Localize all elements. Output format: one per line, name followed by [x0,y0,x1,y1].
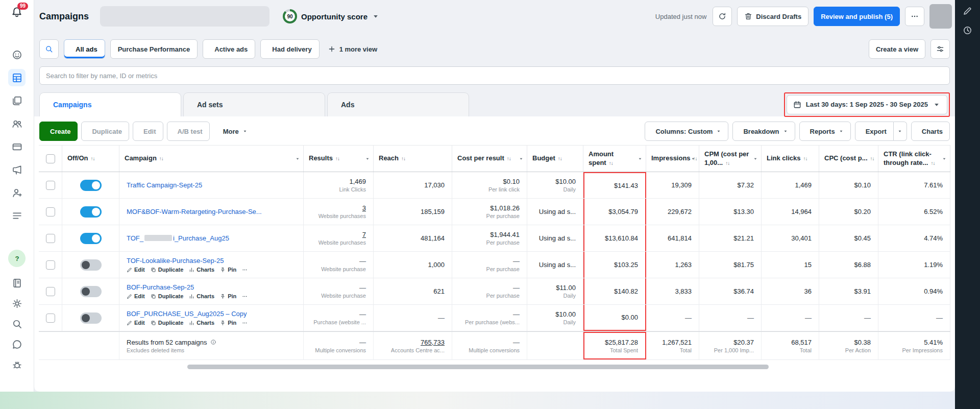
scrollbar-thumb[interactable] [187,365,769,369]
tab-ads[interactable]: Ads [327,92,469,116]
sidebar-item-tablegrid[interactable] [8,69,26,86]
campaign-link[interactable]: BOF-Purchase-Sep-25 [127,283,194,291]
sort-arrows-icon[interactable]: ↑↓ [558,156,562,161]
sidebar-item-megaphone[interactable] [8,161,26,178]
column-menu-caret-icon[interactable] [365,156,370,161]
sort-arrows-icon[interactable]: ↑↓ [401,156,405,161]
view-tab-had-delivery[interactable]: Had delivery [260,39,319,59]
more-options-button[interactable] [905,7,924,26]
row-action-duplicate[interactable]: Duplicate [151,320,184,326]
column-header-reach[interactable]: Reach↑↓ [374,146,452,172]
info-icon[interactable] [210,339,216,345]
horizontal-scrollbar[interactable] [39,365,950,370]
sidebar-item-people[interactable] [8,115,26,132]
row-checkbox[interactable] [46,314,55,323]
row-action-edit[interactable]: Edit [127,320,145,326]
refresh-button[interactable] [713,7,732,26]
row-action-more[interactable] [242,320,248,326]
columns-custom-button[interactable]: Columns: Custom [645,122,728,141]
campaign-toggle[interactable] [80,286,102,297]
column-menu-caret-icon[interactable] [295,156,300,161]
more-button[interactable]: More [216,122,254,141]
row-action-pin[interactable]: Pin [220,267,236,273]
dock-pencil-icon[interactable] [961,4,974,17]
column-menu-caret-icon[interactable] [519,156,524,161]
row-action-duplicate[interactable]: Duplicate [151,267,184,273]
row-action-edit[interactable]: Edit [127,293,145,299]
search-filter-input[interactable] [39,66,950,85]
column-header-off-on[interactable]: Off/On↑↓ [62,146,119,172]
column-header-campaign[interactable]: Campaign↑↓ [119,146,304,172]
dock-clock-icon[interactable] [961,23,974,37]
row-action-charts[interactable]: Charts [189,293,214,299]
tab-campaigns[interactable]: Campaigns [39,92,181,116]
column-header-ctr-link-click-through-rate[interactable]: CTR (link click-through rate...↑↓ [878,146,950,172]
sort-arrows-icon[interactable]: ↑↓ [930,160,935,166]
column-menu-caret-icon[interactable] [638,156,643,161]
campaign-link[interactable]: MOF&BOF-Warm-Retargeting-Purchase-Se... [127,208,262,215]
discard-drafts-button[interactable]: Discard Drafts [737,7,808,26]
duplicate-button[interactable]: Duplicate [81,122,129,141]
more-views-button[interactable]: 1 more view [325,44,380,54]
sort-arrows-icon[interactable]: ↑↓ [90,156,94,161]
account-name-redacted[interactable] [100,6,270,27]
reports-button[interactable]: Reports [799,122,851,141]
row-checkbox[interactable] [46,234,55,243]
row-action-more[interactable] [242,267,248,273]
export-button[interactable]: Export [855,122,894,141]
column-header-amount-spent[interactable]: Amount spent↑↓ [583,146,646,172]
sidebar-item-layers[interactable] [8,92,26,109]
create-button[interactable]: Create [39,122,78,141]
column-header-results[interactable]: Results↑↓ [304,146,374,172]
tab-ad-sets[interactable]: Ad sets [183,92,325,116]
export-caret-button[interactable] [894,122,907,141]
create-view-button[interactable]: Create a view [869,39,925,59]
campaign-toggle[interactable] [80,233,102,244]
campaign-toggle[interactable] [80,312,102,324]
column-header-budget[interactable]: Budget↑↓ [527,146,583,172]
sidebar-item-smiley[interactable] [8,46,26,63]
column-header-impressions[interactable]: Impressions↑↓ [646,146,699,172]
view-tab-purchase-performance[interactable]: Purchase Performance [110,39,198,59]
column-header-cost-per-result[interactable]: Cost per result↑↓ [452,146,527,172]
sidebar-item-gear[interactable] [8,295,26,312]
sort-arrows-icon[interactable]: ↑↓ [725,160,729,166]
row-action-edit[interactable]: Edit [127,267,145,273]
view-tab-all-ads[interactable]: All ads [64,39,105,59]
row-checkbox[interactable] [46,181,55,190]
avatar[interactable] [929,4,952,29]
opportunity-score[interactable]: 90 Opportunity score [283,9,380,23]
row-action-duplicate[interactable]: Duplicate [151,293,184,299]
row-action-pin[interactable]: Pin [220,320,236,326]
notifications-button[interactable]: 99 [11,6,23,18]
a-b-test-button[interactable]: A/B test [167,122,210,141]
column-menu-caret-icon[interactable] [753,156,758,161]
row-action-pin[interactable]: Pin [220,293,236,299]
column-menu-caret-icon[interactable] [691,156,696,161]
row-checkbox[interactable] [46,260,55,270]
sidebar-item-rows[interactable] [8,207,26,224]
breakdown-button[interactable]: Breakdown [732,122,795,141]
date-range-button[interactable]: Last 30 days: 1 Sep 2025 - 30 Sep 2025 [787,95,947,114]
select-all-checkbox[interactable] [46,154,55,163]
sidebar-item-bug[interactable] [8,356,26,373]
sidebar-item-personplus[interactable] [8,184,26,201]
row-action-more[interactable] [242,294,248,299]
row-checkbox[interactable] [46,287,55,296]
sidebar-item-search[interactable] [8,315,26,332]
edit-button[interactable]: Edit [133,122,163,141]
campaign-link[interactable]: Traffic Campaign-Sept-25 [127,181,202,189]
sort-arrows-icon[interactable]: ↑↓ [159,156,163,161]
campaign-toggle[interactable] [80,180,102,191]
column-header-link-clicks[interactable]: Link clicks↑↓ [762,146,819,172]
review-publish-button[interactable]: Review and publish (5) [814,7,900,26]
column-header-cpc-cost-p[interactable]: CPC (cost p...↑↓ [819,146,878,172]
column-header-cpm-cost-per-1-00[interactable]: CPM (cost per 1,00...↑↓ [699,146,762,172]
sort-arrows-icon[interactable]: ↑↓ [803,156,807,161]
search-views-button[interactable] [39,39,59,59]
row-checkbox[interactable] [46,207,55,216]
charts-button[interactable]: Charts [911,122,950,141]
sidebar-item-chat[interactable] [8,335,26,353]
campaign-link[interactable]: TOF_i_Purchase_Aug25 [127,234,229,242]
sort-arrows-icon[interactable]: ↑↓ [507,156,511,161]
